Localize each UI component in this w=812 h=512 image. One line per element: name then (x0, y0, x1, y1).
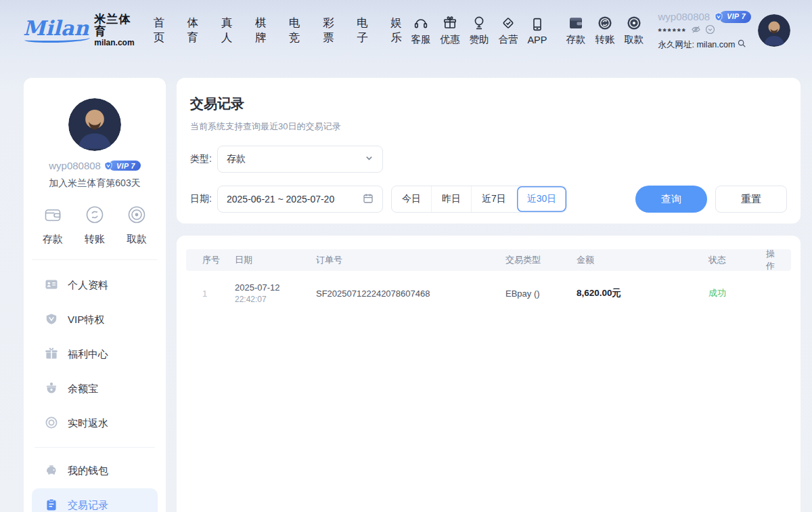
sidebar-item-wallet[interactable]: 我的钱包 (24, 454, 166, 488)
wallet-icon (568, 15, 584, 31)
page-title: 交易记录 (190, 95, 787, 113)
date-label: 日期: (190, 193, 217, 205)
user-avatar[interactable] (758, 14, 790, 47)
handshake-icon (500, 15, 516, 31)
logo-script-text: Milan (23, 18, 89, 43)
vip-shield-icon (45, 312, 58, 328)
type-select-value: 存款 (227, 153, 246, 165)
wallet-outline-icon (43, 205, 63, 227)
transaction-filter-card: 交易记录 当前系统支持查询最近30日的交易记录 类型: 存款 日期: 2025-… (177, 78, 800, 223)
refresh-circle-icon[interactable] (705, 24, 715, 39)
page: Milan 米兰体育 milan.com 首页 体育 真人 棋牌 电竞 彩票 电… (0, 0, 812, 512)
row-date: 2025-07-12 (235, 282, 316, 293)
col-actions: 操作 (766, 248, 775, 272)
transaction-type-select[interactable]: 存款 (217, 146, 383, 173)
date-range-segments: 今日 昨日 近7日 近30日 (391, 186, 567, 213)
rebate-ring-icon (45, 416, 58, 431)
gift-icon (442, 15, 458, 31)
sidebar-withdraw-button[interactable]: 取款 (116, 205, 158, 246)
sidebar-username-text: wyp080808 (49, 160, 101, 171)
sponsor-button[interactable]: 赞助 (464, 15, 493, 46)
deposit-button[interactable]: 存款 (561, 15, 590, 46)
headset-icon (413, 15, 429, 31)
user-info-box: wyp080808 VIP 7 ****** 永久网址: milan.com (658, 9, 751, 52)
logo-cn-text: 米兰体育 (94, 14, 134, 39)
date-range-input[interactable]: 2025-06-21 ~ 2025-07-20 (217, 186, 383, 213)
profile-sidebar: wyp080808 VIP 7 加入米兰体育第603天 存款 转账 (24, 78, 166, 512)
sidebar-item-transaction-records[interactable]: 交易记录 (32, 488, 158, 512)
nav-item-slots[interactable]: 电子 (357, 16, 372, 45)
search-button[interactable]: 查询 (635, 186, 707, 213)
nav-item-entertainment[interactable]: 娱乐 (390, 16, 406, 45)
sidebar-vip-badge: VIP 7 (103, 161, 141, 171)
sidebar-transfer-button[interactable]: 转账 (74, 205, 116, 246)
promotions-button[interactable]: 优惠 (435, 15, 464, 46)
sidebar-item-rebate[interactable]: 实时返水 (24, 406, 166, 441)
gift-filled-icon (45, 347, 58, 362)
piggy-bank-icon (45, 463, 58, 479)
magnifier-icon[interactable] (737, 39, 746, 52)
main-nav: 首页 体育 真人 棋牌 电竞 彩票 电子 娱乐 (154, 16, 407, 45)
customer-service-button[interactable]: 客服 (406, 15, 435, 46)
range-yesterday-button[interactable]: 昨日 (431, 186, 471, 212)
nav-item-live-casino[interactable]: 真人 (221, 16, 237, 45)
id-card-icon (45, 278, 58, 293)
avatar-image (68, 98, 121, 151)
sidebar-item-profile[interactable]: 个人资料 (24, 268, 166, 303)
sidebar-item-yuebao[interactable]: 余额宝 (24, 372, 166, 406)
brand-logo[interactable]: Milan 米兰体育 milan.com (23, 14, 135, 48)
range-30days-button[interactable]: 近30日 (516, 186, 567, 212)
row-datetime: 2025-07-12 22:42:07 (235, 282, 316, 304)
transfer-circle-icon (597, 15, 613, 31)
sidebar-menu: 个人资料 VIP特权 福利中心 余额宝 实时返水 (24, 260, 166, 512)
username-text: wyp080808 (658, 9, 710, 25)
col-status: 状态 (708, 254, 766, 266)
row-type: EBpay () (505, 289, 577, 299)
col-order-no: 订单号 (316, 254, 505, 266)
nav-item-sports[interactable]: 体育 (187, 16, 203, 45)
withdraw-circle-icon (626, 15, 642, 31)
vip-diamond-icon (103, 161, 114, 171)
vip-diamond-icon (713, 12, 724, 22)
col-date: 日期 (235, 254, 316, 266)
top-header: Milan 米兰体育 milan.com 首页 体育 真人 棋牌 电竞 彩票 电… (0, 0, 812, 61)
transaction-table-card: 序号 日期 订单号 交易类型 金额 状态 操作 1 2025-07-12 22:… (177, 236, 800, 512)
row-amount: 8,620.00元 (577, 287, 708, 299)
nav-item-lottery[interactable]: 彩票 (323, 16, 338, 45)
sidebar-quick-actions: 存款 转账 取款 (32, 205, 158, 260)
eye-off-icon[interactable] (691, 24, 701, 39)
row-time: 22:42:07 (235, 295, 316, 304)
sidebar-item-welfare[interactable]: 福利中心 (24, 337, 166, 372)
range-today-button[interactable]: 今日 (392, 186, 431, 212)
money-pot-icon (45, 381, 58, 397)
row-index: 1 (202, 289, 235, 299)
vip-badge: VIP 7 (713, 11, 751, 24)
sidebar-item-vip[interactable]: VIP特权 (24, 303, 166, 337)
permanent-url-text: 永久网址: milan.com (658, 39, 735, 51)
reset-button[interactable]: 重置 (715, 186, 787, 213)
type-label: 类型: (190, 153, 217, 165)
chevron-down-icon (365, 154, 374, 165)
menu-divider (35, 447, 155, 448)
date-range-value: 2025-06-21 ~ 2025-07-20 (227, 194, 334, 205)
col-type: 交易类型 (505, 254, 577, 266)
sidebar-deposit-button[interactable]: 存款 (32, 205, 74, 246)
table-row: 1 2025-07-12 22:42:07 SF2025071222420786… (186, 271, 791, 316)
nav-item-home[interactable]: 首页 (154, 16, 169, 45)
masked-balance-text: ****** (658, 25, 686, 39)
col-index: 序号 (202, 254, 235, 266)
transfer-outline-icon (85, 205, 105, 227)
table-header: 序号 日期 订单号 交易类型 金额 状态 操作 (186, 249, 791, 271)
sidebar-avatar[interactable] (68, 98, 121, 151)
affiliate-button[interactable]: 合营 (493, 15, 522, 46)
logo-domain-text: milan.com (94, 39, 134, 47)
transfer-button[interactable]: 转账 (590, 15, 619, 46)
row-status-badge: 成功 (708, 287, 766, 299)
withdraw-button[interactable]: 取款 (619, 15, 648, 46)
calendar-icon (363, 193, 374, 206)
nav-item-esports[interactable]: 电竞 (289, 16, 304, 45)
nav-item-chess[interactable]: 棋牌 (255, 16, 271, 45)
range-7days-button[interactable]: 近7日 (471, 186, 516, 212)
trophy-icon (471, 15, 487, 31)
app-download-button[interactable]: APP (522, 16, 551, 45)
